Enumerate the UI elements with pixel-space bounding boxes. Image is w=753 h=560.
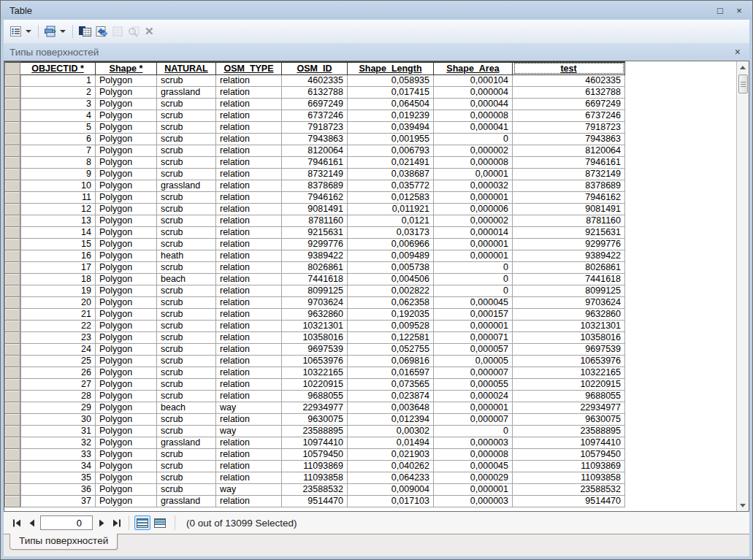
table-cell[interactable]: 0,009528 [348,321,434,332]
table-cell[interactable]: 36 [20,484,96,496]
table-cell[interactable]: 11093858 [513,472,625,484]
table-cell[interactable]: Polygon [96,344,157,356]
record-number-input[interactable] [40,515,93,530]
table-cell[interactable]: 0,000029 [434,472,513,484]
table-cell[interactable]: 0,073565 [348,379,434,391]
table-cell[interactable]: 0,023874 [348,391,434,402]
table-cell[interactable]: 23588532 [513,484,625,496]
table-cell[interactable]: 8781160 [513,215,625,227]
table-cell[interactable]: 0,000008 [434,449,513,461]
table-cell[interactable]: 3 [20,99,96,110]
table-cell[interactable]: 0,002822 [348,285,434,297]
table-cell[interactable]: Polygon [96,145,157,157]
row-selector[interactable] [4,426,20,437]
table-cell[interactable]: relation [216,75,282,87]
table-cell[interactable]: 6737246 [282,110,348,122]
table-cell[interactable]: 16 [20,250,96,262]
table-cell[interactable]: 0,000057 [434,344,513,356]
row-selector[interactable] [4,391,20,402]
table-cell[interactable]: beach [157,274,216,285]
table-cell[interactable]: 0,01494 [348,437,434,449]
table-cell[interactable]: relation [216,204,282,215]
table-cell[interactable]: beach [157,402,216,414]
scroll-down-icon[interactable] [738,499,749,511]
table-cell[interactable]: relation [216,180,282,192]
table-cell[interactable]: Polygon [96,484,157,496]
table-cell[interactable]: way [216,484,282,496]
delete-selected-icon[interactable]: ✕ [142,25,157,38]
table-cell[interactable]: scrub [157,215,216,227]
row-selector[interactable] [4,379,20,391]
table-cell[interactable]: 0,000002 [434,215,513,227]
table-cell[interactable]: 9081491 [513,204,625,215]
table-cell[interactable]: Polygon [96,414,157,426]
row-selector[interactable] [4,122,20,134]
column-header-shape-length[interactable]: Shape_Length [348,61,434,75]
table-cell[interactable]: 0,058935 [348,75,434,87]
table-cell[interactable]: relation [216,449,282,461]
row-selector[interactable] [4,344,20,356]
table-cell[interactable]: scrub [157,122,216,134]
table-cell[interactable]: scrub [157,321,216,332]
table-cell[interactable]: scrub [157,75,216,87]
table-cell[interactable]: 7946161 [282,157,348,169]
table-cell[interactable]: relation [216,321,282,332]
table-cell[interactable]: 7943863 [513,134,625,145]
table-cell[interactable]: 24 [20,344,96,356]
table-cell[interactable]: scrub [157,461,216,472]
table-cell[interactable]: 35 [20,472,96,484]
table-cell[interactable]: 0,000006 [434,204,513,215]
row-selector[interactable] [4,180,20,192]
table-cell[interactable]: 0,069816 [348,356,434,367]
table-cell[interactable]: 8732149 [282,169,348,180]
table-cell[interactable]: 9630075 [513,414,625,426]
table-cell[interactable]: 0,000041 [434,122,513,134]
table-cell[interactable]: 8378689 [282,180,348,192]
table-cell[interactable]: 7918723 [282,122,348,134]
table-cell[interactable]: 10220915 [513,379,625,391]
table-cell[interactable]: relation [216,437,282,449]
table-cell[interactable]: relation [216,414,282,426]
table-cell[interactable]: relation [216,285,282,297]
table-cell[interactable]: scrub [157,110,216,122]
table-cell[interactable]: way [216,402,282,414]
table-cell[interactable]: 9697539 [513,344,625,356]
table-cell[interactable]: 31 [20,426,96,437]
table-cell[interactable]: 8732149 [513,169,625,180]
table-cell[interactable]: 0,000045 [434,461,513,472]
table-cell[interactable]: relation [216,192,282,204]
table-cell[interactable]: 0,000003 [434,496,513,507]
table-cell[interactable]: scrub [157,204,216,215]
table-cell[interactable]: relation [216,297,282,309]
table-cell[interactable]: 0,00005 [434,356,513,367]
table-cell[interactable]: relation [216,169,282,180]
table-cell[interactable]: 11093858 [282,472,348,484]
table-cell[interactable]: Polygon [96,402,157,414]
scroll-up-icon[interactable] [738,61,749,73]
table-cell[interactable]: scrub [157,344,216,356]
table-cell[interactable]: Polygon [96,192,157,204]
table-cell[interactable]: 0,006966 [348,239,434,250]
table-cell[interactable]: 23588532 [282,484,348,496]
table-cell[interactable]: 0 [434,134,513,145]
table-cell[interactable]: 7946161 [513,157,625,169]
table-cell[interactable]: 9 [20,169,96,180]
row-selector[interactable] [4,285,20,297]
table-cell[interactable]: Polygon [96,449,157,461]
table-cell[interactable]: 0,040262 [348,461,434,472]
table-cell[interactable]: 9389422 [282,250,348,262]
table-cell[interactable]: Polygon [96,169,157,180]
table-cell[interactable]: Polygon [96,437,157,449]
table-cell[interactable]: 29 [20,402,96,414]
table-cell[interactable]: 22934977 [282,402,348,414]
table-cell[interactable]: 0,000008 [434,157,513,169]
table-cell[interactable]: scrub [157,309,216,321]
table-cell[interactable]: 11093869 [282,461,348,472]
row-selector[interactable] [4,309,20,321]
table-cell[interactable]: Polygon [96,285,157,297]
table-cell[interactable]: 0,0121 [348,215,434,227]
table-cell[interactable]: 0,000001 [434,192,513,204]
table-cell[interactable]: relation [216,391,282,402]
table-cell[interactable]: Polygon [96,75,157,87]
table-cell[interactable]: 0,009004 [348,484,434,496]
